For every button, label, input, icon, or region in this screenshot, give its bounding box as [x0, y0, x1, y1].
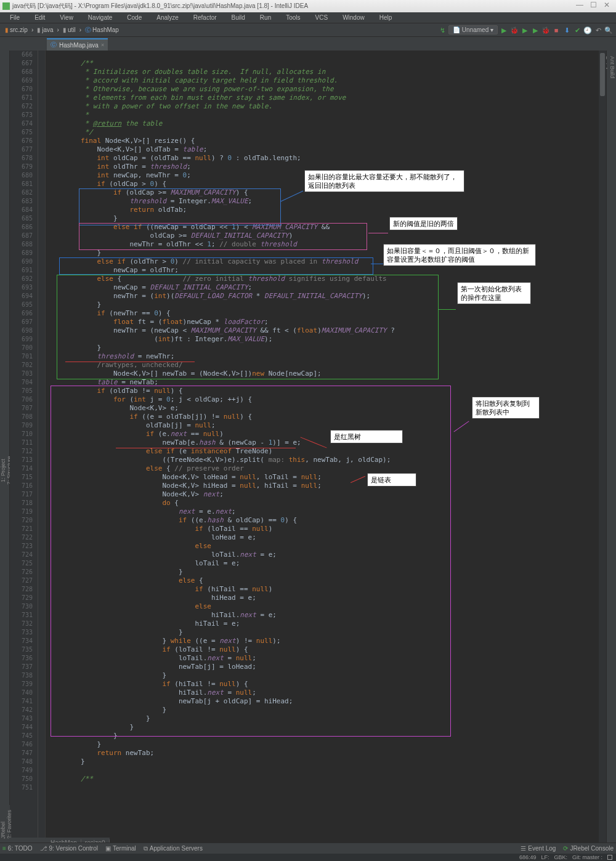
callout-1: 如果旧的容量比最大容量还要大，那不能散列了，返回旧的散列表	[304, 170, 464, 192]
scrollbar-thumb[interactable]	[600, 53, 605, 96]
debug-jr-button[interactable]: 🐞	[541, 26, 550, 34]
todo-icon: ≡	[2, 845, 6, 852]
tw-appservers[interactable]: ⧉Application Servers	[144, 845, 203, 852]
fold-gutter[interactable]	[38, 51, 46, 854]
tw-vcs[interactable]: ⎇9: Version Control	[40, 845, 99, 852]
jrebel-icon: ⟳	[563, 845, 568, 852]
scrollbar[interactable]	[599, 51, 606, 854]
right-tool-strip: Ant Build Database m Maven Projects	[606, 51, 616, 854]
menu-vcs[interactable]: VCS	[308, 14, 336, 21]
line-gutter: 6666676686696706716726736746756766776786…	[10, 51, 38, 854]
tw-jrebel-console[interactable]: ⟳JRebel Console	[563, 845, 614, 852]
vcs-icon: ⎇	[40, 845, 47, 852]
menu-navigate[interactable]: Navigate	[81, 14, 120, 21]
folder-icon: ▮	[37, 26, 41, 33]
minimize-button[interactable]: —	[573, 1, 586, 11]
left-tool-strip: 1: Project 7: Structure	[0, 51, 10, 854]
log-icon: ☰	[521, 845, 526, 852]
editor-tabs: Ⓒ HashMap.java ×	[0, 37, 616, 51]
run-jr-button[interactable]: ▶	[531, 26, 540, 34]
tab-hashmap[interactable]: Ⓒ HashMap.java ×	[47, 38, 108, 51]
callout-3: 如果旧容量＜＝０，而且旧阈值＞０，数组的新容量设置为老数组扩容的阈值	[383, 244, 536, 266]
vcs-revert-button[interactable]: ↶	[594, 26, 602, 34]
debug-button[interactable]: 🐞	[510, 26, 519, 34]
callout-2: 新的阈值是旧的两倍	[389, 217, 458, 230]
crumb-java[interactable]: ▮java	[35, 26, 55, 34]
tool-ant[interactable]: Ant Build	[609, 51, 616, 853]
close-button[interactable]: ✕	[600, 1, 614, 11]
breadcrumb: ▮src.zip› ▮java› ▮util› ⒸHashMap	[3, 25, 121, 35]
tw-todo[interactable]: ≡6: TODO	[2, 845, 33, 852]
menu-view[interactable]: View	[52, 14, 81, 21]
quick-fix-icon[interactable]: ↯	[438, 26, 447, 34]
close-icon[interactable]: ×	[101, 42, 104, 48]
crumb-srczip[interactable]: ▮src.zip	[3, 26, 30, 34]
run-config-select[interactable]: 📄 Unnamed ▾	[448, 25, 498, 34]
menu-code[interactable]: Code	[120, 14, 149, 21]
callout-7: 将旧散列表复制到新散列表中	[472, 397, 540, 419]
callout-4: 第一次初始化散列表的操作在这里	[457, 282, 531, 304]
callout-6: 是链表	[367, 473, 416, 487]
menu-help[interactable]: Help	[372, 14, 400, 21]
app-icon	[2, 2, 10, 10]
search-button[interactable]: 🔍	[604, 26, 613, 34]
archive-icon: ▮	[5, 26, 9, 33]
tw-eventlog[interactable]: ☰Event Log	[521, 845, 556, 852]
menu-edit[interactable]: Edit	[27, 14, 52, 21]
status-git[interactable]: Git: master :	[572, 854, 602, 860]
status-lineend[interactable]: LF:	[541, 854, 549, 860]
menu-refactor[interactable]: Refactor	[186, 14, 224, 21]
maximize-button[interactable]: ☐	[586, 1, 600, 11]
status-bar: 686:49 LF: GBK: Git: master :	[0, 854, 616, 861]
left-tool-strip-bottom: JRebel 2: Favorites	[0, 805, 10, 844]
lock-icon[interactable]	[607, 855, 612, 860]
menu-bar: File Edit View Navigate Code Analyze Ref…	[0, 12, 616, 23]
window-title: java代码 [D:\java代码] - X:\Program Files\ja…	[12, 2, 308, 10]
run-button[interactable]: ▶	[500, 26, 508, 34]
coverage-button[interactable]: ▶	[521, 26, 529, 34]
menu-window[interactable]: Window	[335, 14, 372, 21]
tool-window-bar: ≡6: TODO ⎇9: Version Control ▣Terminal ⧉…	[0, 843, 616, 854]
crumb-util[interactable]: ▮util	[61, 26, 78, 34]
status-charset[interactable]: GBK:	[554, 854, 567, 860]
navigation-bar: ▮src.zip› ▮java› ▮util› ⒸHashMap ↯ 📄 Unn…	[0, 23, 616, 37]
tool-project[interactable]: 1: Project	[0, 89, 6, 852]
menu-run[interactable]: Run	[253, 14, 278, 21]
vcs-history-button[interactable]: 🕘	[583, 26, 592, 34]
status-pos[interactable]: 686:49	[519, 854, 537, 860]
server-icon: ⧉	[144, 845, 148, 852]
tool-jrebel[interactable]: JRebel	[0, 807, 6, 841]
vcs-commit-button[interactable]: ✔	[573, 26, 582, 34]
terminal-icon: ▣	[105, 845, 111, 852]
vcs-update-button[interactable]: ⬇	[562, 26, 571, 34]
menu-tools[interactable]: Tools	[278, 14, 307, 21]
tw-terminal[interactable]: ▣Terminal	[105, 845, 136, 852]
tab-label: HashMap.java	[59, 42, 99, 49]
menu-file[interactable]: File	[2, 14, 27, 21]
menu-build[interactable]: Build	[224, 14, 253, 21]
stop-button[interactable]: ■	[552, 26, 561, 34]
folder-icon: ▮	[63, 26, 67, 33]
class-icon: Ⓒ	[85, 26, 91, 34]
callout-5: 是红黑树	[330, 430, 403, 443]
class-icon: Ⓒ	[51, 41, 57, 49]
window-titlebar: java代码 [D:\java代码] - X:\Program Files\ja…	[0, 0, 616, 12]
crumb-hashmap[interactable]: ⒸHashMap	[83, 25, 121, 35]
tool-favorites[interactable]: 2: Favorites	[6, 807, 12, 841]
menu-analyze[interactable]: Analyze	[149, 14, 186, 21]
